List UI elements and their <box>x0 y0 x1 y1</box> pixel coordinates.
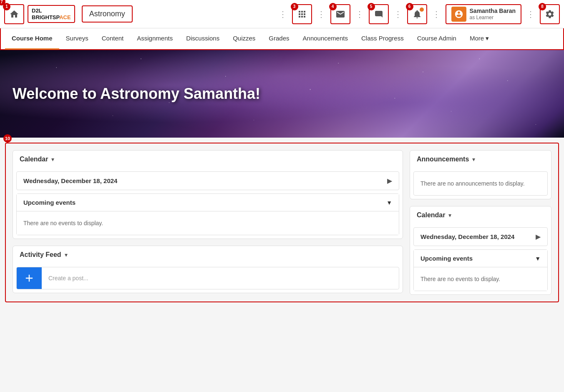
upcoming-events-section: Upcoming events ▼ There are no events to… <box>16 193 399 235</box>
course-title-text: Astronomy <box>89 10 125 18</box>
main-content-area: Calendar ▾ Wednesday, December 18, 2024 … <box>5 143 559 302</box>
left-column: Calendar ▾ Wednesday, December 18, 2024 … <box>13 150 403 295</box>
activity-feed-widget: Activity Feed ▾ Create a post... <box>13 246 403 293</box>
nav-course-home[interactable]: Course Home <box>5 28 59 50</box>
bell-dots-separator: ⋮ <box>392 9 404 19</box>
nav-discussions[interactable]: Discussions <box>179 28 226 50</box>
user-name: Samantha Baran <box>470 7 516 15</box>
right-calendar-date-row[interactable]: Wednesday, December 18, 2024 ▶ <box>413 227 548 246</box>
hero-title: Welcome to Astronomy Samantha! <box>0 77 273 111</box>
email-badge: 4 <box>329 3 337 10</box>
calendar-chevron-icon: ▾ <box>51 156 54 163</box>
home-button[interactable]: 1 <box>4 4 24 24</box>
right-calendar-date: Wednesday, December 18, 2024 <box>420 233 514 240</box>
calendar-date-text: Wednesday, December 18, 2024 <box>23 177 117 184</box>
right-calendar-widget: Calendar ▾ Wednesday, December 18, 2024 … <box>410 206 551 295</box>
chat-dots-separator: ⋮ <box>354 9 365 19</box>
nav-quizzes[interactable]: Quizzes <box>226 28 262 50</box>
calendar-date-row[interactable]: Wednesday, December 18, 2024 ▶ <box>16 171 399 190</box>
settings-icon <box>545 9 555 19</box>
bell-badge: 6 <box>406 3 413 10</box>
apps-button[interactable]: 3 <box>292 4 312 24</box>
announcements-widget: Announcements ▾ There are no announcemen… <box>410 150 551 199</box>
email-button[interactable]: 4 <box>330 4 350 24</box>
nav-assignments[interactable]: Assignments <box>130 28 179 50</box>
user-avatar-icon <box>454 10 463 19</box>
chat-icon <box>374 9 384 19</box>
announcements-chevron-icon: ▾ <box>472 156 475 163</box>
no-announcements-text: There are no announcements to display. <box>420 180 525 187</box>
user-avatar <box>451 7 466 22</box>
nav-announcements[interactable]: Announcements <box>296 28 355 50</box>
right-upcoming-chevron-icon: ▼ <box>535 255 541 262</box>
main-badge: 10 <box>3 134 12 143</box>
right-calendar-header[interactable]: Calendar ▾ <box>410 206 551 224</box>
right-upcoming-events-title: Upcoming events <box>420 255 473 262</box>
right-calendar-title: Calendar <box>417 211 445 219</box>
home-icon <box>9 9 19 19</box>
user-role: as Learner <box>470 15 516 21</box>
more-chevron-icon: ▾ <box>486 35 489 42</box>
nav-class-progress[interactable]: Class Progress <box>355 28 410 50</box>
user-menu-button[interactable]: 7 Samantha Baran as Learner <box>446 4 521 24</box>
chat-button[interactable]: 5 <box>369 4 389 24</box>
logo-text: D2L BRIGHTSPACE <box>32 8 71 20</box>
announcements-body: There are no announcements to display. <box>413 171 548 196</box>
right-upcoming-events-header[interactable]: Upcoming events ▼ <box>414 250 547 267</box>
upcoming-events-header[interactable]: Upcoming events ▼ <box>17 194 399 211</box>
calendar-widget-title: Calendar <box>20 156 48 163</box>
activity-feed-title: Activity Feed <box>20 251 61 259</box>
plus-icon <box>23 272 35 284</box>
right-upcoming-events-section: Upcoming events ▼ There are no events to… <box>413 249 548 291</box>
nav-surveys[interactable]: Surveys <box>59 28 95 50</box>
hero-banner: Welcome to Astronomy Samantha! <box>0 50 564 138</box>
create-post-row: Create a post... <box>16 267 399 289</box>
activity-feed-header[interactable]: Activity Feed ▾ <box>13 246 403 264</box>
announcements-title: Announcements <box>417 156 469 163</box>
nav-content[interactable]: Content <box>95 28 131 50</box>
create-post-placeholder: Create a post... <box>48 275 88 281</box>
apps-dots-separator: ⋮ <box>277 9 289 19</box>
apps-badge: 3 <box>291 3 298 10</box>
notification-indicator <box>420 8 424 12</box>
calendar-widget-header[interactable]: Calendar ▾ <box>13 151 403 168</box>
right-calendar-chevron-icon: ▾ <box>448 212 451 219</box>
logo-area[interactable]: D2L BRIGHTSPACE <box>28 5 75 23</box>
settings-button[interactable]: 8 <box>540 4 560 24</box>
apps-icon <box>297 9 307 19</box>
announcements-widget-header[interactable]: Announcements ▾ <box>410 151 551 168</box>
nav-grades[interactable]: Grades <box>262 28 296 50</box>
user-dots-separator: ⋮ <box>431 9 442 19</box>
user-info: Samantha Baran as Learner <box>470 7 516 21</box>
nav-course-admin[interactable]: Course Admin <box>410 28 463 50</box>
create-post-input[interactable]: Create a post... <box>42 269 399 287</box>
course-title-button[interactable]: 2 Astronomy <box>82 5 133 23</box>
right-no-events-text: There are no events to display. <box>420 276 500 282</box>
top-header: 1 D2L BRIGHTSPACE 2 Astronomy ⋮ 3 ⋮ 4 ⋮ … <box>0 0 564 28</box>
no-events-text: There are no events to display. <box>23 220 103 226</box>
settings-dots-separator: ⋮ <box>525 9 536 19</box>
right-calendar-date-chevron-icon: ▶ <box>536 233 541 241</box>
email-dots-separator: ⋮ <box>315 9 327 19</box>
right-column: Announcements ▾ There are no announcemen… <box>410 150 551 295</box>
email-icon <box>335 9 345 19</box>
navigation-bar: Course Home Surveys Content Assignments … <box>0 28 564 50</box>
notifications-button[interactable]: 6 <box>407 4 427 24</box>
upcoming-events-title: Upcoming events <box>23 199 76 206</box>
activity-feed-chevron-icon: ▾ <box>65 251 68 258</box>
calendar-date-chevron-icon: ▶ <box>387 177 392 185</box>
settings-badge: 8 <box>539 3 546 10</box>
create-post-button[interactable] <box>17 267 42 289</box>
nav-more[interactable]: More ▾ <box>463 28 496 50</box>
logo-accent: ACE <box>59 14 70 20</box>
upcoming-events-body: There are no events to display. <box>17 211 399 235</box>
right-upcoming-events-body: There are no events to display. <box>414 267 547 291</box>
calendar-widget: Calendar ▾ Wednesday, December 18, 2024 … <box>13 150 403 239</box>
upcoming-events-chevron-icon: ▼ <box>386 199 392 206</box>
chat-badge: 5 <box>368 3 375 10</box>
